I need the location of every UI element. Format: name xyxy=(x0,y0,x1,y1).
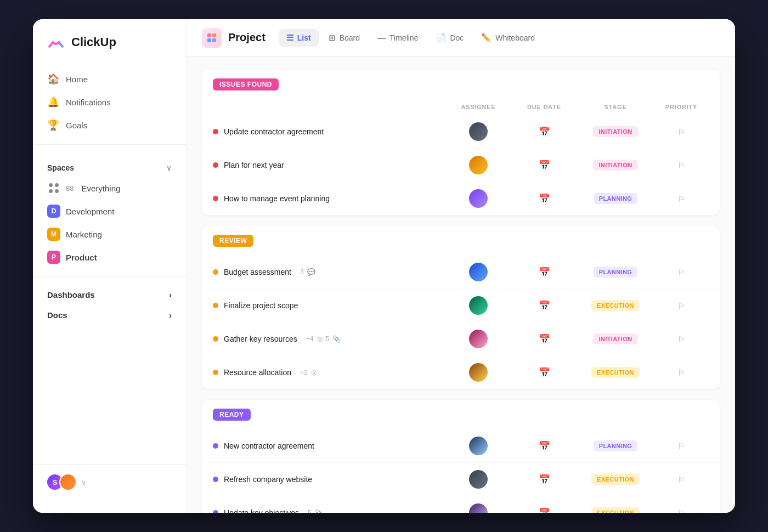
table-row[interactable]: Refresh company website 📅 EXECUTION 🏳 xyxy=(202,463,720,496)
tab-board-label: Board xyxy=(340,33,360,42)
assignee-cell xyxy=(445,189,511,208)
docs-section[interactable]: Docs › xyxy=(33,305,186,325)
assignee-cell xyxy=(445,363,511,382)
tab-doc-label: Doc xyxy=(450,33,464,42)
stage-badge: PLANNING xyxy=(594,440,638,451)
table-row[interactable]: New contractor agreement 📅 PLANNING 🏳 xyxy=(202,429,720,463)
stage-badge: PLANNING xyxy=(594,267,638,278)
dashboards-label: Dashboards xyxy=(47,290,95,299)
everything-count: 88 xyxy=(66,184,74,193)
stage-badge: INITIATION xyxy=(593,126,637,137)
sidebar-divider-1 xyxy=(33,144,186,145)
board-icon: ⊞ xyxy=(329,33,336,43)
spaces-chevron-icon[interactable]: ∨ xyxy=(166,164,172,172)
svg-rect-3 xyxy=(212,38,216,42)
assignee-cell xyxy=(445,263,511,281)
table-row[interactable]: Update contractor agreement 📅 INITIATION… xyxy=(202,115,720,149)
table-row[interactable]: Update key objectives 5 📎 📅 EXECUTION 🏳 xyxy=(202,496,720,513)
assignee-cell xyxy=(445,503,511,513)
table-row[interactable]: Resource allocation +2 ◎ 📅 EXECUTION 🏳 xyxy=(202,356,720,389)
avatar xyxy=(469,437,488,455)
due-date-cell: 📅 xyxy=(511,300,577,312)
stage-cell: PLANNING xyxy=(577,267,654,278)
sidebar-item-product[interactable]: P Product xyxy=(39,246,179,269)
subtask-icon2: ◎ xyxy=(311,369,317,376)
main-content: Project ☰ List ⊞ Board — Timeline 📄 Doc xyxy=(187,19,735,513)
sidebar-item-product-label: Product xyxy=(66,253,97,262)
sidebar-item-development[interactable]: D Development xyxy=(39,200,179,223)
spaces-section-header: Spaces ∨ xyxy=(33,152,186,177)
avatar-user-secondary[interactable] xyxy=(59,473,77,491)
app-name: ClickUp xyxy=(71,35,116,49)
sidebar-item-notifications[interactable]: 🔔 Notifications xyxy=(39,90,179,114)
logo-area: ClickUp xyxy=(33,32,186,67)
group-ready: READY New contractor agreement 📅 PLANNIN… xyxy=(202,400,720,513)
task-title: Budget assessment xyxy=(224,268,291,276)
app-window: ClickUp 🏠 Home 🔔 Notifications 🏆 Goals S… xyxy=(33,19,735,513)
timeline-icon: — xyxy=(377,33,386,42)
attach-count: 5 xyxy=(326,335,330,343)
trophy-icon: 🏆 xyxy=(47,119,59,131)
dashboards-chevron-icon: › xyxy=(169,290,172,299)
stage-cell: INITIATION xyxy=(577,160,654,171)
assignee-cell xyxy=(445,437,511,455)
view-tabs: ☰ List ⊞ Board — Timeline 📄 Doc ✏️ Wh xyxy=(279,29,543,47)
table-row[interactable]: Gather key resources +4 ◎ 5 📎 📅 INITI xyxy=(202,322,720,356)
tab-list[interactable]: ☰ List xyxy=(279,29,319,47)
task-status-dot xyxy=(213,196,218,201)
priority-cell: 🏳 xyxy=(654,368,709,377)
assignee-cell xyxy=(445,122,511,141)
table-row[interactable]: Finalize project scope 📅 EXECUTION 🏳 xyxy=(202,289,720,322)
task-name: Plan for next year xyxy=(213,161,445,169)
stage-badge: EXECUTION xyxy=(591,300,640,311)
task-title: Refresh company website xyxy=(224,475,312,484)
svg-rect-1 xyxy=(212,33,216,37)
avatar xyxy=(469,330,488,348)
task-title: Update key objectives xyxy=(224,508,299,513)
priority-cell: 🏳 xyxy=(654,161,709,170)
avatar xyxy=(469,263,488,281)
assignee-cell xyxy=(445,296,511,315)
stage-cell: PLANNING xyxy=(577,440,654,451)
due-date-cell: 📅 xyxy=(511,474,577,485)
priority-cell: 🏳 xyxy=(654,301,709,310)
tab-timeline-label: Timeline xyxy=(389,33,418,42)
project-title: Project xyxy=(228,31,266,44)
priority-cell: 🏳 xyxy=(654,508,709,513)
sidebar-item-marketing[interactable]: M Marketing xyxy=(39,223,179,246)
tab-board[interactable]: ⊞ Board xyxy=(321,29,368,47)
task-status-dot xyxy=(213,303,218,308)
nav-items: 🏠 Home 🔔 Notifications 🏆 Goals xyxy=(33,67,186,137)
task-title: New contractor agreement xyxy=(224,442,314,450)
table-row[interactable]: Budget assessment 3 💬 📅 PLANNING 🏳 xyxy=(202,256,720,289)
ready-badge: READY xyxy=(213,409,251,421)
table-row[interactable]: How to manage event planning 📅 PLANNING … xyxy=(202,182,720,215)
table-row[interactable]: Plan for next year 📅 INITIATION 🏳 xyxy=(202,149,720,182)
tab-whiteboard[interactable]: ✏️ Whiteboard xyxy=(473,29,543,47)
docs-label: Docs xyxy=(47,310,67,320)
task-meta: +4 ◎ 5 📎 xyxy=(306,335,341,343)
tab-timeline[interactable]: — Timeline xyxy=(370,29,426,46)
stage-cell: INITIATION xyxy=(577,126,654,137)
dashboards-section[interactable]: Dashboards › xyxy=(33,285,186,305)
sidebar-item-everything[interactable]: 88 Everything xyxy=(39,177,179,200)
user-menu-arrow[interactable]: ∨ xyxy=(81,478,87,486)
stage-badge: INITIATION xyxy=(593,333,637,344)
home-icon: 🏠 xyxy=(47,73,59,85)
group-issues-header: ISSUES FOUND xyxy=(202,70,720,99)
sidebar-item-home[interactable]: 🏠 Home xyxy=(39,67,179,90)
stage-cell: EXECUTION xyxy=(577,474,654,485)
product-badge: P xyxy=(47,251,60,264)
col-due-date: DUE DATE xyxy=(511,104,577,110)
table-header: ASSIGNEE DUE DATE STAGE PRIORITY xyxy=(202,99,720,115)
task-status-dot xyxy=(213,443,218,449)
col-assignee: ASSIGNEE xyxy=(445,104,511,110)
due-date-cell: 📅 xyxy=(511,160,577,171)
sidebar-item-marketing-label: Marketing xyxy=(66,230,102,239)
topbar: Project ☰ List ⊞ Board — Timeline 📄 Doc xyxy=(187,19,735,56)
due-date-cell: 📅 xyxy=(511,440,577,452)
sidebar-item-goals[interactable]: 🏆 Goals xyxy=(39,114,179,137)
task-status-dot xyxy=(213,162,218,168)
due-date-cell: 📅 xyxy=(511,126,577,138)
tab-doc[interactable]: 📄 Doc xyxy=(428,29,471,47)
